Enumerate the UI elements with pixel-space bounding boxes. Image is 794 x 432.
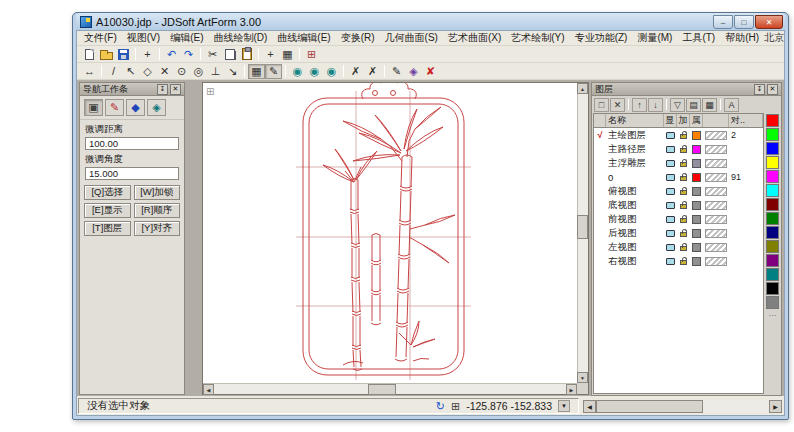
menu-transform[interactable]: 变换(R) xyxy=(336,31,380,46)
layer-lock-icon[interactable] xyxy=(677,215,690,223)
close-icon[interactable]: ✕ xyxy=(170,84,181,95)
canvas-horizontal-scrollbar[interactable]: ◀ ▶ xyxy=(203,383,577,394)
circle-tool-button[interactable]: ⊙ xyxy=(173,64,190,79)
menu-tools[interactable]: 工具(T) xyxy=(677,31,720,46)
nudge-distance-input[interactable]: 100.00 xyxy=(85,137,179,150)
layer-row-back-view[interactable]: 后视图 xyxy=(594,226,763,240)
layer-lock-icon[interactable] xyxy=(677,229,690,237)
palette-color[interactable] xyxy=(766,170,779,183)
layer-visibility-icon[interactable] xyxy=(664,258,677,265)
layer-visibility-icon[interactable] xyxy=(664,160,677,167)
menu-art-draw[interactable]: 艺术绘制(Y) xyxy=(506,31,569,46)
layer-visibility-icon[interactable] xyxy=(664,244,677,251)
scroll-thumb[interactable] xyxy=(596,400,703,413)
select-layer-objects-button[interactable]: ▦ xyxy=(702,98,717,112)
cut-button[interactable]: ✂ xyxy=(204,47,221,62)
erase-plus-button[interactable]: ✗ xyxy=(364,64,381,79)
layer-row-0[interactable]: 0 91 xyxy=(594,170,763,184)
pin-icon[interactable]: ↧ xyxy=(157,84,168,95)
layer-visibility-icon[interactable] xyxy=(664,230,677,237)
canvas-vertical-scrollbar[interactable]: ▲ ▼ xyxy=(577,83,588,383)
navigation-panel-titlebar[interactable]: 导航工作条 ↧ ✕ xyxy=(80,83,184,96)
menu-edit[interactable]: 编辑(E) xyxy=(165,31,208,46)
palette-color[interactable] xyxy=(766,198,779,211)
layer-row-main-relief[interactable]: 主浮雕层 xyxy=(594,156,763,170)
snap-grid-button[interactable]: ▦ xyxy=(279,47,296,62)
layer-visibility-icon[interactable] xyxy=(664,188,677,195)
menu-file[interactable]: 文件(F) xyxy=(79,31,122,46)
ellipse-tool-button[interactable]: ◎ xyxy=(190,64,207,79)
paste-special-button[interactable]: + xyxy=(139,47,156,62)
layer-visibility-icon[interactable] xyxy=(664,174,677,181)
layer-row-front-view[interactable]: 前视图 xyxy=(594,212,763,226)
scroll-right-icon[interactable]: ▶ xyxy=(566,384,577,395)
palette-color[interactable] xyxy=(766,268,779,281)
layer-color-swatch[interactable] xyxy=(690,201,703,210)
palette-color[interactable] xyxy=(766,254,779,267)
delete-all-button[interactable]: ✘ xyxy=(422,64,439,79)
maximize-button[interactable]: □ xyxy=(734,15,754,29)
palette-color[interactable] xyxy=(766,184,779,197)
erase-button[interactable]: ✗ xyxy=(347,64,364,79)
layer-color-swatch[interactable] xyxy=(690,215,703,224)
palette-color[interactable] xyxy=(766,142,779,155)
palette-color[interactable] xyxy=(766,114,779,127)
layer-color-swatch[interactable] xyxy=(690,145,703,154)
move-layer-down-button[interactable]: ↓ xyxy=(648,98,663,112)
locate-icon[interactable]: ⊞ xyxy=(451,401,460,412)
nav-tool-select-button[interactable]: ▣ xyxy=(84,99,103,116)
pin-icon[interactable]: ↧ xyxy=(754,84,765,95)
grid-toggle-button[interactable]: ▦ xyxy=(248,64,265,79)
sketch-mode-button[interactable]: ✎ xyxy=(265,64,282,79)
layer-row-bottom-view[interactable]: 底视图 xyxy=(594,198,763,212)
new-file-button[interactable] xyxy=(81,47,98,62)
scroll-down-icon[interactable]: ▼ xyxy=(577,372,588,383)
layer-row-main-draw[interactable]: √ 主绘图层 2 xyxy=(594,128,763,142)
scroll-right-icon[interactable]: ▶ xyxy=(769,400,782,413)
save-file-button[interactable] xyxy=(115,47,132,62)
layer-lock-icon[interactable] xyxy=(677,243,690,251)
refine-button[interactable]: ◈ xyxy=(405,64,422,79)
menu-geometry-surface[interactable]: 几何曲面(S) xyxy=(380,31,443,46)
crosshair-button[interactable]: + xyxy=(262,47,279,62)
layer-lock-icon[interactable] xyxy=(677,257,690,265)
redo-button[interactable]: ↷ xyxy=(180,47,197,62)
layer-row-right-view[interactable]: 右视图 xyxy=(594,254,763,268)
scroll-left-icon[interactable]: ◀ xyxy=(203,384,214,395)
line-tool-button[interactable]: / xyxy=(105,64,122,79)
palette-color[interactable] xyxy=(766,282,779,295)
layer-row-left-view[interactable]: 左视图 xyxy=(594,240,763,254)
order-mode-button[interactable]: [R]顺序 xyxy=(134,203,181,218)
copy-button[interactable] xyxy=(221,47,238,62)
palette-color[interactable] xyxy=(766,156,779,169)
palette-color[interactable] xyxy=(766,240,779,253)
nav-tool-layer-button[interactable]: ◈ xyxy=(147,99,166,116)
layer-color-swatch[interactable] xyxy=(690,173,703,182)
align-mode-button[interactable]: [Y]对齐 xyxy=(134,221,181,236)
menu-help[interactable]: 帮助(H) xyxy=(720,31,764,46)
shaded-view-2-button[interactable]: ◉ xyxy=(306,64,323,79)
layer-color-swatch[interactable] xyxy=(690,187,703,196)
palette-color[interactable] xyxy=(766,296,779,309)
menu-curve-draw[interactable]: 曲线绘制(D) xyxy=(208,31,272,46)
nav-tool-node-button[interactable]: ◆ xyxy=(126,99,145,116)
move-layer-up-button[interactable]: ↑ xyxy=(632,98,647,112)
layers-panel-horizontal-scrollbar[interactable]: ◀ ▶ xyxy=(581,396,784,415)
layer-color-swatch[interactable] xyxy=(690,243,703,252)
layer-lock-icon[interactable] xyxy=(677,145,690,153)
array-button[interactable]: ⊞ xyxy=(303,47,320,62)
titlebar[interactable]: A10030.jdp - JDSoft ArtForm 3.00 – □ ✕ xyxy=(76,13,785,30)
layer-color-swatch[interactable] xyxy=(690,229,703,238)
menu-pro-functions[interactable]: 专业功能(Z) xyxy=(570,31,633,46)
lock-mode-button[interactable]: [W]加锁 xyxy=(134,185,181,200)
layer-visibility-icon[interactable] xyxy=(664,216,677,223)
perpendicular-button[interactable]: ⊥ xyxy=(207,64,224,79)
close-icon[interactable]: ✕ xyxy=(767,84,778,95)
layer-lock-icon[interactable] xyxy=(677,159,690,167)
new-layer-button[interactable]: □ xyxy=(594,98,609,112)
delete-layer-button[interactable]: ✕ xyxy=(610,98,625,112)
refresh-icon[interactable]: ↻ xyxy=(436,401,445,412)
layer-lock-icon[interactable] xyxy=(677,201,690,209)
menu-art-surface[interactable]: 艺术曲面(X) xyxy=(443,31,506,46)
select-mode-button[interactable]: [Q]选择 xyxy=(84,185,131,200)
